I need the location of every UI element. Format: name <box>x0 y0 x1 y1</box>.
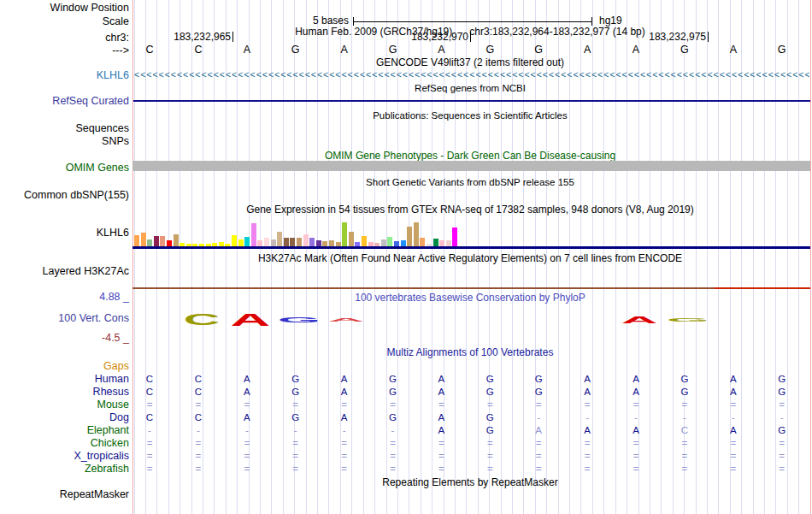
gtex-tissue-bar[interactable] <box>342 222 347 246</box>
common-dbsnp-label[interactable]: Common dbSNP(155) <box>0 189 129 201</box>
alignment-cell: = <box>336 437 353 450</box>
alignment-cell: - <box>676 411 693 424</box>
alignment-cell: = <box>432 437 450 450</box>
omim-genes-label[interactable]: OMIM Genes <box>0 162 129 174</box>
sequences-label[interactable]: Sequences <box>0 122 129 134</box>
base-letter: A <box>578 44 597 56</box>
conservation-logo-letter: A <box>621 315 658 324</box>
gtex-tissue-bar[interactable] <box>362 236 367 246</box>
gtex-tissue-bar[interactable] <box>264 238 269 246</box>
base-letter: G <box>773 44 791 56</box>
alignment-cell: - <box>774 411 791 424</box>
alignment-cell: G <box>481 424 498 437</box>
gtex-tissue-bar[interactable] <box>167 240 172 246</box>
alignment-cell: A <box>579 386 596 399</box>
gtex-tissue-bar[interactable] <box>238 239 244 246</box>
gencode-gene-arrows[interactable]: <<<<<<<<<<<<<<<<<<<<<<<<<<<<<<<<<<<<<<<<… <box>134 69 809 80</box>
alignment-cell: G <box>481 411 498 424</box>
gencode-gene-label[interactable]: KLHL6 <box>0 69 129 81</box>
alignment-cell: - <box>238 424 256 437</box>
gtex-tissue-bar[interactable] <box>349 232 354 246</box>
coordinate-label: 183,232,975 <box>629 32 706 43</box>
gtex-tissue-bar[interactable] <box>251 223 256 246</box>
gtex-tissue-bar[interactable] <box>407 227 412 246</box>
alignment-cell: G <box>287 411 304 424</box>
alignment-cell: A <box>432 373 450 386</box>
multiz-species-label[interactable]: Chicken <box>0 437 129 449</box>
alignment-cell: = <box>725 463 742 476</box>
alignment-cell: = <box>579 463 596 476</box>
alignment-cell: = <box>141 437 158 450</box>
gtex-tissue-bar[interactable] <box>141 233 146 246</box>
alignment-cell: = <box>627 399 644 411</box>
multiz-species-label[interactable]: Rhesus <box>0 386 129 398</box>
multiz-species-label[interactable]: Human <box>0 373 129 385</box>
gtex-tissue-bar[interactable] <box>154 236 159 246</box>
alignment-cell: = <box>676 450 693 463</box>
gtex-tissue-bar[interactable] <box>160 236 165 246</box>
alignment-cell: = <box>530 463 547 476</box>
gtex-tissue-bar[interactable] <box>244 237 250 246</box>
multiz-species-label[interactable]: X_tropicalis <box>0 450 129 462</box>
gtex-tissue-bar[interactable] <box>134 235 139 246</box>
alignment-cell: = <box>481 399 498 411</box>
h3k27ac-track-title: H3K27Ac Mark (Often Found Near Active Re… <box>132 252 808 264</box>
multiz-species-label[interactable]: Gaps <box>0 360 129 372</box>
gtex-tissue-bar[interactable] <box>232 235 237 246</box>
gtex-tissue-bar[interactable] <box>452 227 457 246</box>
gtex-tissue-bar[interactable] <box>147 239 152 246</box>
gtex-tissue-bar[interactable] <box>329 240 334 246</box>
h3k27ac-signal-right[interactable] <box>715 287 810 289</box>
gtex-tissue-bar[interactable] <box>297 238 302 246</box>
gtex-tissue-bar[interactable] <box>174 234 179 246</box>
alignment-cell: G <box>676 373 693 386</box>
refseq-curated-label[interactable]: RefSeq Curated <box>0 95 129 107</box>
gtex-tissue-bar[interactable] <box>309 238 315 246</box>
snps-label[interactable]: SNPs <box>0 135 129 147</box>
gtex-expression-bars[interactable] <box>134 221 476 246</box>
gtex-tissue-bar[interactable] <box>414 222 419 246</box>
alignment-cell: = <box>627 437 644 450</box>
gtex-tissue-bar[interactable] <box>303 234 309 246</box>
alignment-cell: = <box>481 437 498 450</box>
alignment-cell: = <box>238 450 256 463</box>
gtex-tissue-bar[interactable] <box>290 238 295 246</box>
alignment-cell: = <box>725 437 742 450</box>
base-letter: G <box>529 44 548 56</box>
alignment-cell: A <box>432 386 450 399</box>
gtex-tissue-bar[interactable] <box>433 239 438 246</box>
alignment-cell: = <box>481 463 498 476</box>
multiz-species-label[interactable]: Elephant <box>0 424 129 436</box>
refseq-gene-line[interactable] <box>133 100 810 102</box>
omim-genes-bar[interactable] <box>132 161 810 171</box>
h3k27ac-signal-left[interactable] <box>132 287 715 289</box>
gtex-tissue-bar[interactable] <box>257 240 262 246</box>
gtex-tissue-bar[interactable] <box>277 232 282 246</box>
gtex-tissue-bar[interactable] <box>316 240 321 246</box>
gtex-tissue-bar[interactable] <box>439 240 444 246</box>
gtex-gene-label[interactable]: KLHL6 <box>0 227 129 239</box>
base-letter: G <box>384 44 403 56</box>
alignment-cell: = <box>385 450 402 463</box>
conservation-label[interactable]: 100 Vert. Cons <box>0 312 129 324</box>
gtex-tissue-bar[interactable] <box>387 237 392 246</box>
base-letter: A <box>627 44 645 56</box>
gtex-tissue-bar[interactable] <box>420 238 425 246</box>
multiz-species-label[interactable]: Dog <box>0 411 129 423</box>
alignment-cell: A <box>238 411 256 424</box>
multiz-species-label[interactable]: Zebrafish <box>0 463 129 475</box>
multiz-species-label[interactable]: Mouse <box>0 399 129 411</box>
base-letter: G <box>286 44 305 56</box>
conservation-min-value: -4.5 _ <box>0 332 129 344</box>
alignment-cell: C <box>676 424 693 437</box>
repeatmasker-label[interactable]: RepeatMasker <box>0 488 129 500</box>
h3k27ac-label[interactable]: Layered H3K27Ac <box>0 265 129 277</box>
gtex-tissue-bar[interactable] <box>271 239 276 246</box>
gtex-tissue-bar[interactable] <box>381 239 386 246</box>
gtex-tissue-bar[interactable] <box>401 240 406 246</box>
alignment-cell: - <box>190 424 207 437</box>
gtex-tissue-bar[interactable] <box>284 238 289 246</box>
alignment-cell: = <box>774 450 791 463</box>
gtex-tissue-bar[interactable] <box>446 240 451 246</box>
alignment-cell: = <box>287 399 304 411</box>
